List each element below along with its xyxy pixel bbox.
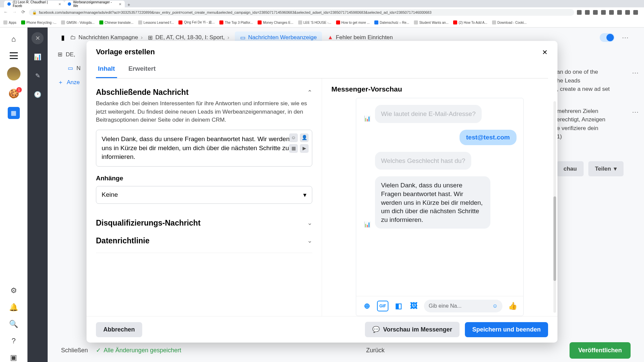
user-message: test@test.com xyxy=(460,130,517,145)
extension-icon[interactable] xyxy=(609,10,614,15)
chevron-up-icon: ⌃ xyxy=(307,89,312,96)
extension-icon[interactable] xyxy=(593,10,598,15)
site-icon xyxy=(61,20,65,24)
close-icon[interactable]: ✕ xyxy=(119,2,121,6)
preview-area: 📊 Wie lautet deine E-Mail-Adresse? test@… xyxy=(322,98,557,316)
back-icon[interactable]: ← xyxy=(3,9,9,15)
modal-body: Abschließende Nachricht ⌃ Bedanke dich b… xyxy=(87,78,557,316)
preview-title: Messenger-Vorschau xyxy=(322,78,557,98)
tab-title: (1) Leon R. Chaudhari | Faceb xyxy=(13,0,56,8)
browser-tab-active[interactable]: Werbeanzeigenmanager - We ✕ xyxy=(64,1,125,7)
incoming-row: 📊 Vielen Dank, dass du unsere Fragen bea… xyxy=(363,176,517,229)
bookmark-item[interactable]: The Top 3 Platfor... xyxy=(219,20,253,24)
extension-icon[interactable] xyxy=(585,10,590,15)
tab-title: Werbeanzeigenmanager - We xyxy=(73,0,117,8)
youtube-icon xyxy=(336,20,340,24)
messenger-preview: 📊 Wie lautet deine E-Mail-Adresse? test@… xyxy=(356,98,524,316)
tab-content[interactable]: Inhalt xyxy=(96,60,117,78)
bookmark-item[interactable]: Phone Recycling -... xyxy=(21,20,57,24)
person-icon[interactable]: 👤 xyxy=(300,133,309,142)
extension-icon[interactable] xyxy=(633,10,638,15)
bookmarks-bar: Apps Phone Recycling -... GMSN - Vologda… xyxy=(0,17,644,27)
bookmark-item[interactable]: Chinese translate... xyxy=(99,20,133,24)
youtube-icon xyxy=(178,20,182,24)
select-value: Keine xyxy=(102,191,118,198)
incoming-row: 📊 Wie lautet deine E-Mail-Adresse? xyxy=(363,105,517,123)
address-bar: ← → ⟳ 🔒 facebook.com/adsmanager/manage/a… xyxy=(0,7,644,17)
bookmark-item[interactable]: Apps xyxy=(3,20,16,24)
facebook-favicon xyxy=(7,2,11,6)
bookmark-item[interactable]: Datenschutz – Re... xyxy=(374,20,409,24)
close-icon[interactable]: ✕ xyxy=(539,46,551,58)
bookmark-item[interactable]: Student Wants an... xyxy=(414,20,448,24)
bookmark-item[interactable]: GMSN - Vologda... xyxy=(61,20,94,24)
tab-advanced[interactable]: Erweitert xyxy=(126,60,158,78)
emoji-icon[interactable]: ☺ xyxy=(492,303,498,309)
scrollbar-thumb[interactable] xyxy=(553,196,556,281)
create-template-modal: Vorlage erstellen ✕ Inhalt Erweitert Abs… xyxy=(87,41,557,343)
video-icon[interactable]: ▶ xyxy=(300,144,309,153)
bookmark-item[interactable]: Lessons Learned f... xyxy=(138,20,174,24)
section-privacy-policy[interactable]: Datenrichtlinie ⌄ xyxy=(96,230,312,253)
plus-icon[interactable]: ⊕ xyxy=(362,301,372,311)
site-icon xyxy=(99,20,103,24)
bookmark-item[interactable]: LEE 'S HOUSE -... xyxy=(298,20,331,24)
preview-column: Messenger-Vorschau 📊 Wie lautet deine E-… xyxy=(322,78,557,316)
site-icon xyxy=(298,20,302,24)
chat-thread: 📊 Wie lautet deine E-Mail-Adresse? test@… xyxy=(356,98,523,296)
save-button[interactable]: Speichern und beenden xyxy=(465,322,548,337)
preview-in-messenger-button[interactable]: 💬Vorschau im Messenger xyxy=(365,322,460,337)
section-title: Disqualifizierungs-Nachricht xyxy=(96,219,201,228)
form-column: Abschließende Nachricht ⌃ Bedanke dich b… xyxy=(87,78,322,316)
chart-icon: 📊 xyxy=(363,220,372,229)
bookmark-item[interactable]: How to get more ... xyxy=(336,20,370,24)
url-text: facebook.com/adsmanager/manage/ads/edit?… xyxy=(39,10,431,14)
section-closing-message[interactable]: Abschließende Nachricht ⌃ xyxy=(96,82,312,100)
site-icon xyxy=(492,20,496,24)
browser-tab[interactable]: (1) Leon R. Chaudhari | Faceb ✕ xyxy=(4,1,64,7)
image-icon[interactable]: 🖼 xyxy=(409,301,419,311)
chart-icon: 📊 xyxy=(363,114,372,123)
like-icon[interactable]: 👍 xyxy=(507,301,518,311)
extension-icon[interactable] xyxy=(601,10,606,15)
section-title: Datenrichtlinie xyxy=(96,236,150,245)
bookmark-item[interactable]: (2) How To Add A... xyxy=(453,20,487,24)
lock-icon: 🔒 xyxy=(32,10,37,15)
cancel-button[interactable]: Abbrechen xyxy=(96,322,142,337)
emoji-icon[interactable]: ☺ xyxy=(289,133,298,142)
modal-backdrop: Vorlage erstellen ✕ Inhalt Erweitert Abs… xyxy=(0,27,644,362)
messenger-input-bar: ⊕ GIF ◧ 🖼 Gib eine Na... ☺ 👍 xyxy=(356,296,523,316)
bookmark-item[interactable]: Download - Cooki... xyxy=(492,20,527,24)
extension-icon[interactable] xyxy=(617,10,622,15)
tab-bar: (1) Leon R. Chaudhari | Faceb ✕ Werbeanz… xyxy=(0,0,644,7)
section-disqualification[interactable]: Disqualifizierungs-Nachricht ⌄ xyxy=(96,213,312,230)
scrollbar[interactable] xyxy=(553,101,556,313)
modal-header: Vorlage erstellen ✕ Inhalt Erweitert xyxy=(87,41,557,78)
attachments-label: Anhänge xyxy=(96,175,312,182)
bookmark-item[interactable]: Qing Fei De Yi - 庭... xyxy=(178,20,215,25)
extension-icon[interactable] xyxy=(577,10,582,15)
image-icon[interactable]: ▦ xyxy=(289,144,298,153)
extension-icon[interactable] xyxy=(625,10,630,15)
forward-icon[interactable]: → xyxy=(11,9,17,15)
bookmark-item[interactable]: Money Changes E... xyxy=(258,20,293,24)
sticker-icon[interactable]: ◧ xyxy=(393,301,404,311)
gif-icon[interactable]: GIF xyxy=(377,301,388,311)
close-icon[interactable]: ✕ xyxy=(58,2,61,6)
text-tools: ☺ 👤 ▦ ▶ xyxy=(289,133,309,153)
site-icon xyxy=(414,20,418,24)
attachments-select[interactable]: Keine ▾ xyxy=(96,186,312,204)
site-icon xyxy=(21,20,25,24)
bot-message: Vielen Dank, dass du unsere Fragen beant… xyxy=(375,176,490,229)
modal-tabs: Inhalt Erweitert xyxy=(96,60,548,78)
message-text: Vielen Dank, dass du unsere Fragen beant… xyxy=(102,135,289,160)
message-textarea[interactable]: Vielen Dank, dass du unsere Fragen beant… xyxy=(96,130,312,167)
reload-icon[interactable]: ⟳ xyxy=(20,9,26,15)
facebook-favicon xyxy=(68,2,71,6)
chevron-down-icon: ⌄ xyxy=(307,237,312,244)
message-input[interactable]: Gib eine Na... ☺ xyxy=(424,300,502,312)
new-tab-button[interactable]: + xyxy=(125,2,133,7)
url-input[interactable]: 🔒 facebook.com/adsmanager/manage/ads/edi… xyxy=(29,9,574,16)
site-icon xyxy=(138,20,142,24)
chevron-down-icon: ▾ xyxy=(303,191,307,199)
